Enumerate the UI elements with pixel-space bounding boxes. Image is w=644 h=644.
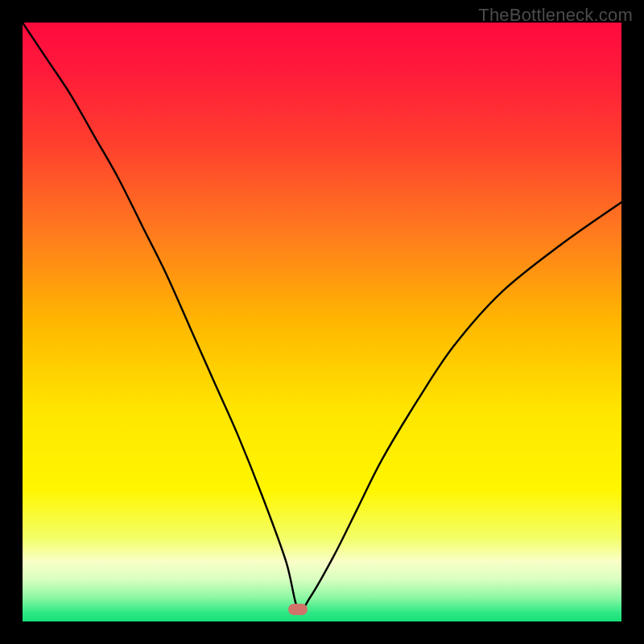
plot-area [23,23,621,621]
optimal-point-marker [288,604,308,615]
chart-frame: TheBottleneck.com [0,0,644,644]
watermark-text: TheBottleneck.com [478,5,633,26]
bottleneck-curve [23,23,621,621]
